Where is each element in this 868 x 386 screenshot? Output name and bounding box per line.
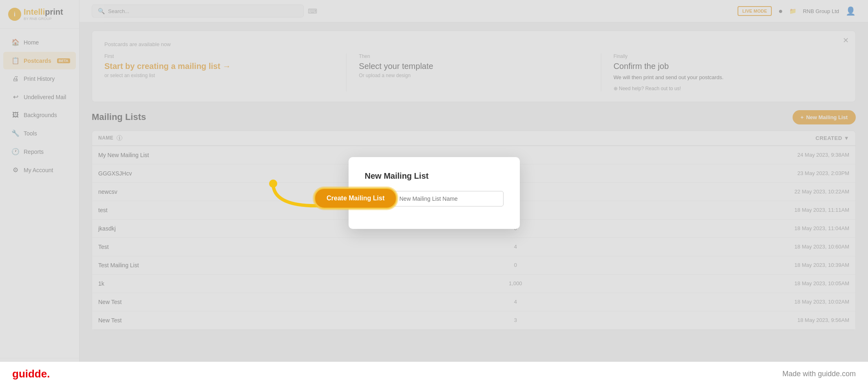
- guidde-footer: guidde. Made with guidde.com: [0, 362, 868, 386]
- guidde-tagline: Made with guidde.com: [782, 370, 856, 378]
- create-mailing-list-label: Create Mailing List: [327, 195, 384, 202]
- create-mailing-list-button[interactable]: Create Mailing List: [314, 188, 397, 209]
- modal-name-input[interactable]: [393, 191, 504, 206]
- modal-title: New Mailing List: [365, 171, 504, 181]
- guidde-logo: guidde.: [12, 368, 50, 380]
- create-mailing-list-container: Create Mailing List: [314, 188, 397, 209]
